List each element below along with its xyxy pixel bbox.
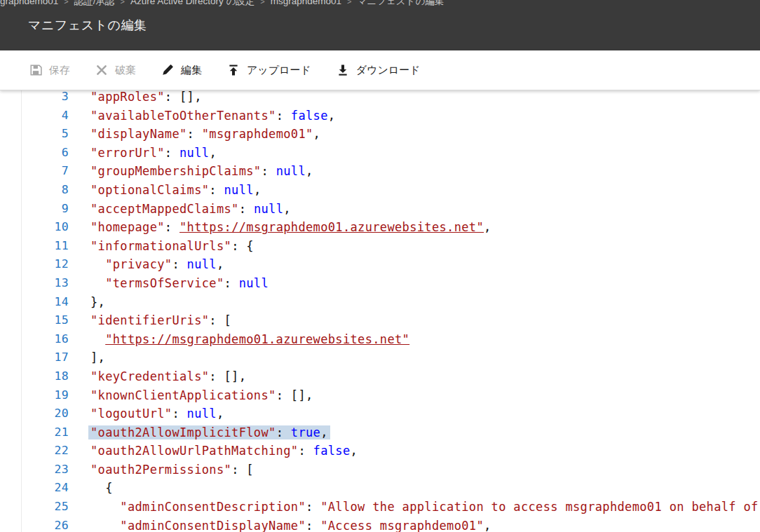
line-number: 4 bbox=[21, 107, 69, 125]
code-text: "keyCredentials": [], bbox=[90, 367, 246, 386]
line-number: 23 bbox=[21, 461, 69, 479]
line-number: 20 bbox=[21, 404, 69, 423]
code-text: "termsOfService": null bbox=[90, 274, 269, 293]
breadcrumb-item[interactable]: 認証/承認 bbox=[74, 0, 115, 6]
editor-line: 19"knownClientApplications": [], bbox=[21, 386, 760, 405]
save-button[interactable]: 保存 bbox=[29, 64, 70, 77]
toolbar-button-label: 編集 bbox=[181, 64, 202, 77]
editor-line: 14}, bbox=[21, 293, 760, 312]
line-number: 6 bbox=[21, 144, 69, 163]
editor-line: 26 "adminConsentDisplayName": "Access ms… bbox=[21, 517, 760, 532]
editor-line: 18"keyCredentials": [], bbox=[21, 367, 760, 386]
code-text: "informationalUrls": { bbox=[90, 237, 254, 256]
upload-button[interactable]: アップロード bbox=[227, 64, 311, 77]
code-text: "errorUrl": null, bbox=[90, 144, 217, 163]
edit-button[interactable]: 編集 bbox=[161, 64, 202, 77]
download-icon bbox=[337, 64, 349, 76]
breadcrumb-separator: > bbox=[260, 0, 264, 6]
line-number: 14 bbox=[21, 293, 69, 312]
editor-line: 7"groupMembershipClaims": null, bbox=[21, 162, 760, 181]
breadcrumb-separator: > bbox=[121, 0, 125, 6]
line-number: 7 bbox=[21, 162, 69, 181]
code-text: "privacy": null, bbox=[90, 255, 224, 274]
toolbar-button-label: ダウンロード bbox=[356, 64, 421, 77]
line-number: 10 bbox=[21, 218, 69, 237]
editor-line: 20"logoutUrl": null, bbox=[21, 404, 760, 423]
breadcrumb-separator: > bbox=[347, 0, 351, 6]
save-icon bbox=[29, 64, 42, 76]
editor-line: 23"oauth2Permissions": [ bbox=[21, 461, 760, 479]
discard-icon bbox=[95, 64, 108, 76]
line-number: 24 bbox=[21, 479, 69, 498]
code-text: "identifierUris": [ bbox=[90, 311, 231, 330]
toolbar-button-label: 保存 bbox=[49, 64, 70, 77]
editor-line: 22"oauth2AllowUrlPathMatching": false, bbox=[21, 442, 760, 461]
screen: graphdemo01>認証/承認>Azure Active Directory… bbox=[0, 0, 760, 532]
editor-line: 16 "https://msgraphdemo01.azurewebsites.… bbox=[21, 330, 760, 349]
download-button[interactable]: ダウンロード bbox=[337, 64, 421, 77]
code-text: "displayName": "msgraphdemo01", bbox=[90, 125, 320, 144]
breadcrumb-item[interactable]: graphdemo01 bbox=[0, 0, 58, 6]
line-number: 21 bbox=[21, 423, 69, 442]
code-text: "https://msgraphdemo01.azurewebsites.net… bbox=[90, 330, 409, 349]
code-text: "adminConsentDescription": "Allow the ap… bbox=[90, 498, 759, 517]
line-number: 25 bbox=[21, 498, 69, 517]
code-text: "logoutUrl": null, bbox=[90, 404, 224, 423]
code-text: "oauth2AllowUrlPathMatching": false, bbox=[90, 442, 358, 461]
code-lines: 3"appRoles": [],4"availableToOtherTenant… bbox=[0, 90, 760, 532]
editor-line: 6"errorUrl": null, bbox=[21, 144, 760, 163]
editor-line: 9"acceptMappedClaims": null, bbox=[21, 200, 760, 219]
breadcrumb-item[interactable]: Azure Active Directory の設定 bbox=[130, 0, 255, 6]
code-text: "homepage": "https://msgraphdemo01.azure… bbox=[90, 218, 491, 237]
top-header: graphdemo01>認証/承認>Azure Active Directory… bbox=[0, 0, 760, 50]
page-title: マニフェストの編集 bbox=[0, 8, 760, 34]
line-number: 11 bbox=[21, 237, 69, 256]
line-number: 8 bbox=[21, 181, 69, 200]
editor-line: 25 "adminConsentDescription": "Allow the… bbox=[21, 498, 760, 517]
editor-line: 15"identifierUris": [ bbox=[21, 311, 760, 330]
breadcrumb-separator: > bbox=[64, 0, 68, 6]
discard-button[interactable]: 破棄 bbox=[95, 64, 136, 77]
line-number: 15 bbox=[21, 311, 69, 330]
code-text: "groupMembershipClaims": null, bbox=[90, 162, 313, 181]
editor-line: 13 "termsOfService": null bbox=[21, 274, 760, 293]
line-number: 18 bbox=[21, 367, 69, 386]
code-text: "oauth2Permissions": [ bbox=[90, 461, 254, 479]
line-number: 22 bbox=[21, 442, 69, 461]
code-text: "optionalClaims": null, bbox=[90, 181, 261, 200]
gutter-border bbox=[21, 90, 22, 532]
breadcrumb: graphdemo01>認証/承認>Azure Active Directory… bbox=[0, 0, 760, 8]
line-number: 16 bbox=[21, 330, 69, 349]
selection-highlight: "oauth2AllowImplicitFlow": true, bbox=[90, 425, 328, 439]
editor-line: 11"informationalUrls": { bbox=[21, 237, 760, 256]
edit-icon bbox=[161, 64, 174, 76]
line-number: 13 bbox=[21, 274, 69, 293]
editor-line: 21"oauth2AllowImplicitFlow": true, bbox=[21, 423, 760, 442]
code-text: "oauth2AllowImplicitFlow": true, bbox=[90, 423, 328, 442]
editor-line: 5"displayName": "msgraphdemo01", bbox=[21, 125, 760, 144]
editor-line: 8"optionalClaims": null, bbox=[21, 181, 760, 200]
code-text: "availableToOtherTenants": false, bbox=[90, 107, 335, 125]
editor-line: 10"homepage": "https://msgraphdemo01.azu… bbox=[21, 218, 760, 237]
upload-icon bbox=[227, 64, 240, 76]
line-number: 19 bbox=[21, 386, 69, 405]
breadcrumb-item: マニフェストの編集 bbox=[358, 0, 445, 6]
code-text: "adminConsentDisplayName": "Access msgra… bbox=[90, 517, 491, 532]
line-number: 3 bbox=[21, 90, 69, 107]
editor-line: 4"availableToOtherTenants": false, bbox=[21, 107, 760, 125]
code-editor[interactable]: 3"appRoles": [],4"availableToOtherTenant… bbox=[0, 90, 760, 532]
editor-line: 17], bbox=[21, 348, 760, 367]
breadcrumb-item[interactable]: msgraphdemo01 bbox=[271, 0, 341, 6]
line-number: 17 bbox=[21, 348, 69, 367]
code-text: }, bbox=[90, 293, 105, 312]
editor-line: 12 "privacy": null, bbox=[21, 255, 760, 274]
code-text: ], bbox=[90, 348, 105, 367]
code-text: "acceptMappedClaims": null, bbox=[90, 200, 291, 219]
code-text: "knownClientApplications": [], bbox=[90, 386, 313, 405]
line-number: 12 bbox=[21, 255, 69, 274]
line-number: 26 bbox=[21, 517, 69, 532]
toolbar: 保存破棄編集アップロードダウンロード bbox=[0, 50, 760, 90]
toolbar-button-label: 破棄 bbox=[115, 64, 136, 77]
code-text: "appRoles": [], bbox=[90, 90, 202, 107]
toolbar-button-label: アップロード bbox=[247, 64, 311, 77]
